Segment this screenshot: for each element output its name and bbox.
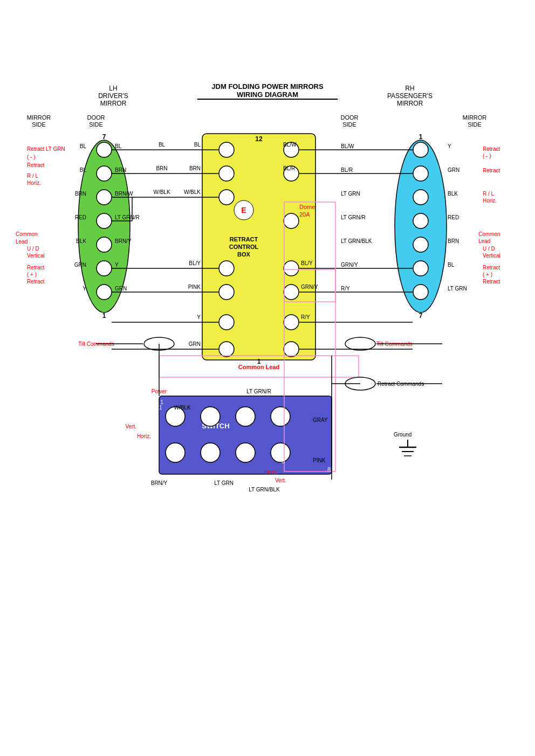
cb-grny-right: GRN/Y [301, 284, 318, 290]
rh-retract-label: Retract [483, 168, 500, 174]
cb-pink-left: PINK [188, 284, 201, 290]
control-box-label3: BOX [237, 251, 251, 258]
lh-retract-label2: Retract [27, 279, 44, 285]
lh-door-grn: GRN [115, 286, 127, 292]
vert-label: Vert. [275, 477, 286, 483]
rh-pin-3 [413, 190, 428, 205]
lh-pin-1 [97, 142, 112, 157]
rh-pin-5 [413, 237, 428, 252]
rh-ud-vert: U / D [483, 246, 495, 252]
switch-vert-label: Vert. [125, 424, 136, 429]
rh-retract-minus2: ( - ) [483, 153, 491, 159]
lh-pin-5 [97, 237, 112, 252]
rh-retract-plus2: ( + ) [483, 272, 492, 278]
wire-lh-bl-label: BL [159, 142, 166, 148]
lh-mirror-side: MIRROR [27, 114, 51, 121]
rh-mirror-brn: BRN [448, 238, 459, 244]
sw-pin-5 [166, 443, 185, 462]
lh-pin-2 [97, 166, 112, 181]
lh-pin-7 [97, 285, 112, 300]
rh-door-grny: GRN/Y [341, 262, 358, 268]
cb-wblk-left: W/BLK [184, 189, 201, 195]
cb-right-pin-8 [284, 342, 299, 357]
wire-lh-wblk-label: W/BLK [153, 189, 170, 195]
lh-door-bl: BL [115, 143, 122, 149]
lh-door-side2: SIDE [89, 121, 103, 128]
sw-pin-8 [271, 443, 290, 462]
ltgrnr-label: LT GRN/R [246, 389, 271, 394]
rh-rl-horiz: R / L [483, 191, 495, 197]
tilt-cmd-rh-oval [345, 337, 375, 350]
rh-retract-plus: Retract [483, 265, 500, 271]
cb-left-pin-5 [219, 261, 234, 276]
cb-right-pin-7 [284, 315, 299, 330]
rh-pin-1 [413, 142, 428, 157]
cb-left-pin-8 [219, 342, 234, 357]
lh-pin-4 [97, 213, 112, 228]
rh-mirror-side: MIRROR [463, 114, 487, 121]
rh-mirror-ltgrn: LT GRN [448, 286, 467, 292]
lh-door-side: DOOR [87, 114, 105, 121]
common-lead-label: Common Lead [238, 364, 279, 370]
lh-retract-minus: Retract LT GRN [27, 146, 65, 152]
rh-door-ry: R/Y [341, 286, 350, 292]
lh-mirror-label: LH [109, 85, 117, 92]
lh-mirror-brny: BLK [76, 238, 86, 244]
cb-brn-left: BRN [189, 165, 201, 171]
lh-retract-label: Retract [27, 162, 44, 168]
rh-door-side2: SIDE [342, 121, 356, 128]
lh-door-brny: BRN/Y [115, 238, 132, 244]
cb-bl-left: BL [194, 142, 201, 148]
dome-label1: Dome [299, 204, 315, 210]
rh-common-lead2: Lead [478, 238, 490, 244]
lh-mirror-brnw: BRN [75, 191, 86, 197]
cb-right-pin-5 [284, 261, 299, 276]
lh-mirror-brn: BL [80, 167, 87, 173]
cb-left-pin-1 [219, 142, 234, 157]
lh-door-brn: BRN [115, 167, 126, 173]
wire-lh-brn-label: BRN [156, 165, 167, 171]
rh-rl-horiz2: Horiz. [483, 198, 497, 204]
lh-common-lead: Common [16, 231, 38, 237]
lh-pin-top: 7 [102, 133, 106, 141]
lh-door-brnw: BRN/W [115, 191, 133, 197]
rh-door-blw: BL/W [341, 143, 354, 149]
rh-mirror-label3: MIRROR [397, 100, 423, 107]
rh-mirror-bl: BL [448, 262, 455, 268]
lh-rl-horiz2: Horiz. [27, 180, 41, 186]
switch-brny-label: BRN/Y [151, 480, 168, 486]
switch-pin1: 1 [159, 405, 162, 411]
rh-door-ltgrnr: LT GRN/R [341, 214, 366, 220]
lh-ud-vert: U / D [27, 246, 39, 252]
lh-retract-plus2: ( + ) [27, 272, 37, 278]
rh-pin-4 [413, 213, 428, 228]
sw-pin-3 [236, 407, 255, 426]
control-box-label1: RETRACT [230, 236, 258, 242]
cb-y-left: Y [197, 314, 201, 320]
dome-label2: 20A [299, 211, 310, 218]
rh-door-ltgrnblk: LT GRN/BLK [341, 238, 372, 244]
gray-label: GRAY [313, 417, 328, 423]
cb-blw-top: BL/W [283, 142, 297, 148]
switch-pin8: 8 [282, 458, 285, 464]
lh-mirror-label2: DRIVER'S [98, 92, 128, 100]
switch-ltgrnblk-label: LT GRN/BLK [249, 487, 280, 493]
diagram-subtitle: WIRING DIAGRAM [237, 91, 298, 99]
lh-common-lead2: Lead [16, 239, 28, 245]
sw-pin-6 [201, 443, 220, 462]
lh-rl-horiz: R / L [27, 173, 39, 179]
rh-mirror-grn: GRN [448, 167, 459, 173]
lh-pin-6 [97, 261, 112, 276]
horiz-label: Horiz. [264, 469, 278, 475]
rh-retract-label2: Retract [483, 279, 500, 285]
pink-label: PINK [313, 457, 326, 463]
cb-right-pin-6 [284, 285, 299, 300]
cb-ry-right: R/Y [301, 314, 310, 320]
diagram-title: JDM FOLDING POWER MIRRORS [211, 82, 324, 91]
rh-ud-vert2: Vertical [483, 253, 500, 259]
rh-pin-7 [413, 285, 428, 300]
rh-door-side: DOOR [341, 114, 359, 121]
wiring-diagram: JDM FOLDING POWER MIRRORS WIRING DIAGRAM… [0, 0, 535, 756]
lh-retract-minus2: ( - ) [27, 154, 36, 160]
rh-mirror-label2: PASSENGER'S [387, 92, 433, 100]
